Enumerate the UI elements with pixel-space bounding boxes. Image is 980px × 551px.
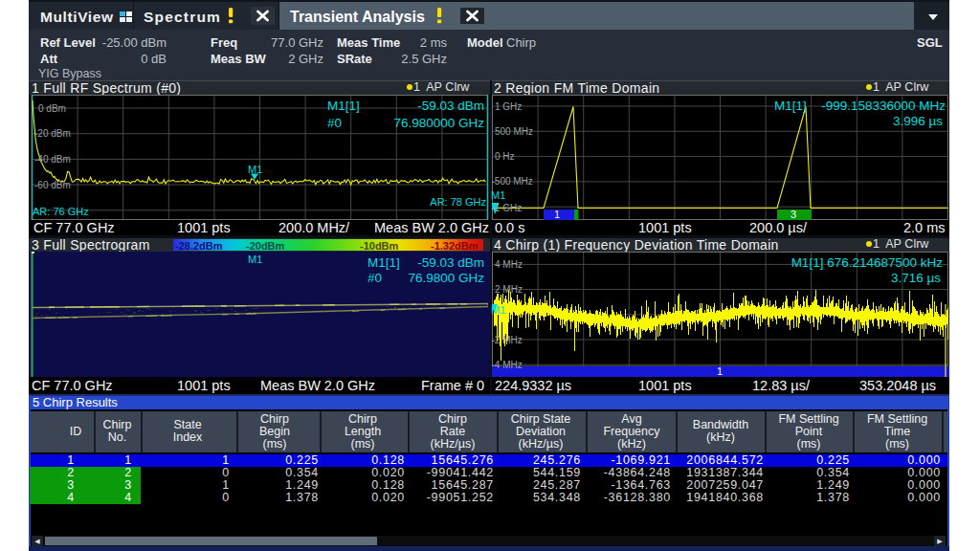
- svg-text:1: 1: [554, 209, 560, 220]
- svg-text:3: 3: [791, 209, 796, 220]
- svg-text:1: 1: [717, 365, 723, 377]
